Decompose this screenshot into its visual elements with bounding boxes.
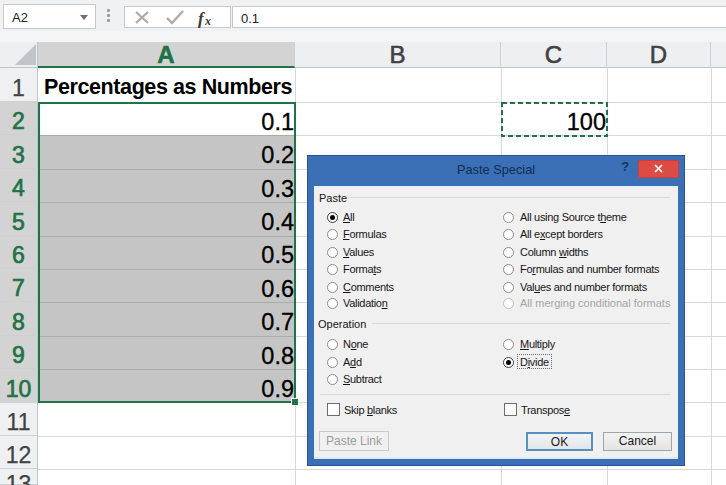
svg-text:x: x [204,14,211,28]
